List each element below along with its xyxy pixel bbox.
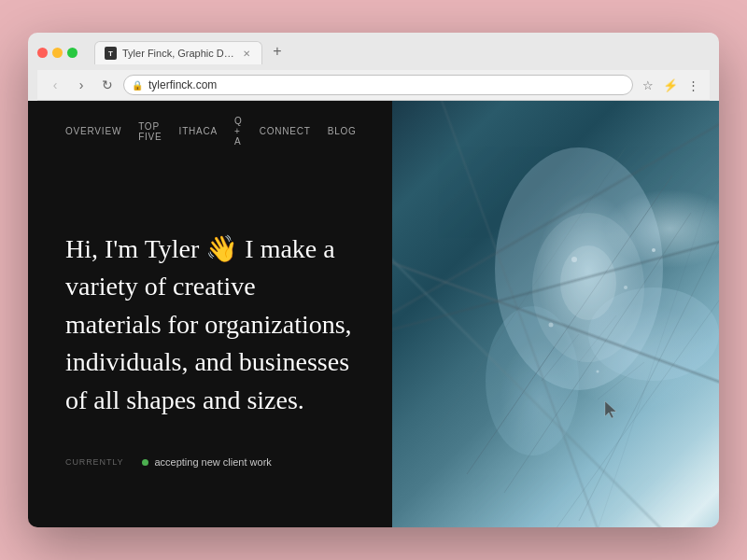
svg-line-9 [542,334,579,381]
address-bar[interactable]: 🔒 tylerfinck.com [123,75,633,95]
svg-line-8 [598,194,710,527]
reload-button[interactable]: ↻ [97,75,118,95]
lock-icon: 🔒 [132,80,143,91]
site-nav: OVERVIEW TOP FIVE ITHACA Q + A CONNECT B… [28,101,392,161]
minimize-button[interactable] [52,48,63,58]
svg-point-2 [486,306,579,455]
website-content: OVERVIEW TOP FIVE ITHACA Q + A CONNECT B… [28,101,719,527]
svg-line-10 [579,315,616,362]
hero-background-image [392,101,719,527]
left-panel: OVERVIEW TOP FIVE ITHACA Q + A CONNECT B… [28,101,392,527]
nav-item-overview[interactable]: OVERVIEW [65,126,121,136]
svg-point-17 [532,213,644,362]
tab-title: Tyler Finck, Graphic Designer... [122,48,234,59]
tab-bar: T Tyler Finck, Graphic Designer... ✕ + [94,40,710,64]
traffic-lights [37,48,78,58]
svg-line-3 [467,175,672,474]
svg-line-4 [504,213,691,493]
hero-section: Hi, I'm Tyler 👋 I make a variety of crea… [28,161,392,527]
browser-toolbar: ‹ › ↻ 🔒 tylerfinck.com ☆ ⚡ ⋮ [37,70,710,101]
svg-point-1 [588,287,719,381]
svg-point-12 [571,257,577,262]
svg-point-16 [597,371,599,373]
svg-point-15 [652,248,655,252]
svg-point-13 [624,286,627,289]
toolbar-actions: ☆ ⚡ ⋮ [639,76,702,94]
active-tab[interactable]: T Tyler Finck, Graphic Designer... ✕ [94,41,262,64]
bookmark-icon[interactable]: ☆ [639,76,657,94]
headline-text-before: Hi, I'm Tyler [65,234,205,263]
tab-favicon: T [105,47,117,60]
titlebar: T Tyler Finck, Graphic Designer... ✕ + [37,40,710,64]
browser-chrome: T Tyler Finck, Graphic Designer... ✕ + ‹… [28,33,719,101]
status-value: accepting new client work [142,456,271,468]
nav-item-connect[interactable]: CONNECT [260,126,311,136]
svg-point-14 [549,323,554,328]
svg-line-11 [598,362,644,399]
status-label: CURRENTLY [65,457,123,467]
svg-line-6 [439,147,626,427]
svg-line-5 [579,241,719,521]
svg-point-18 [560,245,616,320]
hero-headline: Hi, I'm Tyler 👋 I make a variety of crea… [65,231,355,420]
status-dot [142,459,148,466]
fullscreen-button[interactable] [67,48,78,58]
close-button[interactable] [37,48,48,58]
nav-item-qa[interactable]: Q + A [234,116,243,147]
more-menu-icon[interactable]: ⋮ [684,76,702,94]
svg-point-0 [495,147,663,390]
nav-item-ithaca[interactable]: ITHACA [179,126,218,136]
url-text: tylerfinck.com [148,78,217,91]
new-tab-button[interactable]: + [266,40,289,63]
wave-emoji: 👋 [205,231,238,269]
status-text: accepting new client work [154,456,271,468]
back-button[interactable]: ‹ [45,75,65,95]
browser-window: T Tyler Finck, Graphic Designer... ✕ + ‹… [28,33,719,527]
cursor [603,399,618,420]
forward-button[interactable]: › [71,75,92,95]
extensions-icon[interactable]: ⚡ [661,76,680,94]
frost-texture [392,101,719,527]
svg-line-7 [542,287,719,527]
nav-item-blog[interactable]: BLOG [328,126,357,136]
status-row: CURRENTLY accepting new client work [65,456,355,468]
right-panel [392,101,719,527]
tab-close-button[interactable]: ✕ [240,47,252,60]
nav-item-top-five[interactable]: TOP FIVE [138,121,162,142]
